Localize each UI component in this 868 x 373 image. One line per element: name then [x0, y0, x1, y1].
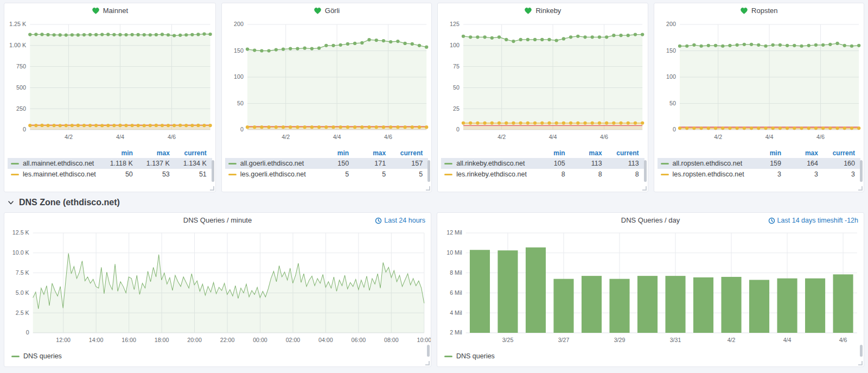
chart-legend[interactable]: DNS queries — [437, 349, 864, 360]
legend-header-max[interactable]: max — [349, 149, 386, 157]
legend-header-min[interactable]: min — [312, 149, 349, 157]
panel-scrollbar[interactable] — [427, 345, 430, 357]
svg-text:4/4: 4/4 — [783, 337, 792, 343]
panel-resize-handle[interactable] — [210, 186, 214, 191]
legend-header-current[interactable]: current — [602, 149, 639, 157]
legend-series-name[interactable]: all.ropsten.ethdisco.net — [661, 160, 744, 167]
panel-header[interactable]: Ropsten — [654, 3, 864, 18]
legend-row: les.mainnet.ethdisco.net505351 — [8, 169, 212, 180]
legend-current: 51 — [170, 170, 207, 178]
health-heart-icon — [92, 7, 100, 15]
svg-text:125: 125 — [450, 21, 459, 28]
dns-panels-row: DNS Queries / minute Last 24 hours 12.5 … — [0, 212, 868, 367]
rinkeby-chart[interactable]: 12510075502504/24/44/6 — [438, 18, 647, 147]
mainnet-chart[interactable]: 1.25 K1.00 K75050025004/24/44/6 — [4, 18, 215, 147]
legend-table: minmaxcurrentall.ropsten.ethdisco.net159… — [654, 148, 864, 180]
chart-legend[interactable]: DNS queries — [4, 349, 431, 360]
panel-resize-handle[interactable] — [642, 186, 647, 191]
time-range-link[interactable]: Last 14 days timeshift -12h — [768, 217, 858, 224]
legend-row: all.goerli.ethdisco.net150171157 — [225, 158, 428, 169]
health-heart-icon — [740, 7, 748, 15]
panel-scrollbar[interactable] — [212, 160, 214, 182]
legend-series-name[interactable]: les.goerli.ethdisco.net — [228, 170, 312, 178]
section-header-dns-zone[interactable]: DNS Zone (ethdisco.net) — [0, 192, 868, 212]
svg-text:12 Mil: 12 Mil — [446, 230, 462, 236]
legend-series-name[interactable]: all.rinkeby.ethdisco.net — [444, 160, 528, 167]
panel-goerli: Görli2001501005004/24/44/6minmaxcurrenta… — [221, 3, 432, 192]
svg-text:5.0 K: 5.0 K — [16, 289, 29, 296]
svg-text:0: 0 — [23, 127, 26, 133]
panel-header[interactable]: Görli — [222, 3, 431, 18]
time-range-link[interactable]: Last 24 hours — [375, 217, 425, 224]
legend-swatch — [228, 163, 237, 165]
panel-title[interactable]: DNS Queries / day — [621, 216, 680, 224]
svg-text:16:00: 16:00 — [122, 337, 136, 343]
legend-current: 5 — [386, 170, 423, 178]
svg-text:14:00: 14:00 — [89, 337, 104, 343]
svg-text:10:00: 10:00 — [417, 337, 431, 343]
panel-title[interactable]: Ropsten — [751, 7, 777, 15]
legend-header-min[interactable]: min — [744, 149, 781, 157]
legend-series-name[interactable]: les.mainnet.ethdisco.net — [11, 170, 96, 178]
svg-text:0: 0 — [672, 127, 675, 133]
svg-text:150: 150 — [666, 47, 676, 54]
panel-scrollbar[interactable] — [860, 345, 863, 357]
svg-text:150: 150 — [234, 47, 244, 54]
panel-scrollbar[interactable] — [860, 160, 863, 182]
legend-header-current[interactable]: current — [386, 149, 423, 157]
svg-text:1.25 K: 1.25 K — [9, 21, 26, 28]
ropsten-chart[interactable]: 2001501005004/24/44/6 — [654, 18, 864, 147]
legend-header-min[interactable]: min — [96, 149, 133, 157]
legend-header-max[interactable]: max — [133, 149, 170, 157]
panel-header[interactable]: Mainnet — [4, 3, 215, 18]
grafana-dashboard: Mainnet1.25 K1.00 K75050025004/24/44/6mi… — [0, 0, 868, 367]
legend-row: les.goerli.ethdisco.net555 — [225, 169, 428, 180]
legend-series-name: DNS queries — [23, 352, 62, 360]
svg-text:4/6: 4/6 — [816, 134, 825, 140]
svg-text:4/4: 4/4 — [549, 134, 557, 140]
legend-max: 53 — [133, 170, 170, 178]
svg-text:1.00 K: 1.00 K — [9, 42, 26, 48]
panel-resize-handle[interactable] — [858, 186, 863, 191]
legend-series-name[interactable]: les.ropsten.ethdisco.net — [661, 170, 744, 178]
legend-header-max[interactable]: max — [565, 149, 602, 157]
legend-header-current[interactable]: current — [818, 149, 855, 157]
legend-max: 8 — [565, 170, 602, 178]
panel-resize-handle[interactable] — [858, 361, 863, 365]
panel-title[interactable]: Mainnet — [103, 7, 128, 15]
legend-swatch — [444, 356, 452, 357]
svg-text:10 Mil: 10 Mil — [446, 249, 462, 256]
panel-title[interactable]: Görli — [325, 7, 340, 15]
panel-header[interactable]: DNS Queries / day Last 14 days timeshift… — [437, 213, 864, 227]
panel-scrollbar[interactable] — [427, 160, 430, 182]
legend-series-name[interactable]: all.goerli.ethdisco.net — [228, 160, 312, 167]
panel-header[interactable]: Rinkeby — [438, 3, 647, 18]
legend-series-name[interactable]: les.rinkeby.ethdisco.net — [444, 170, 528, 178]
goerli-chart[interactable]: 2001501005004/24/44/6 — [222, 18, 431, 147]
legend-table: minmaxcurrentall.rinkeby.ethdisco.net105… — [438, 148, 647, 180]
panel-header[interactable]: DNS Queries / minute Last 24 hours — [4, 213, 431, 227]
dns-queries-minute-chart[interactable]: 12.5 K10.0 K7.5 K5.0 K2.5 K012:0014:0016… — [4, 227, 431, 349]
legend-header-min[interactable]: min — [528, 149, 565, 157]
legend-header-current[interactable]: current — [170, 149, 207, 157]
legend-series-name[interactable]: all.mainnet.ethdisco.net — [11, 160, 96, 167]
legend-swatch — [228, 174, 237, 175]
time-range-label: Last 24 hours — [384, 217, 425, 224]
panel-dns-queries-day: DNS Queries / day Last 14 days timeshift… — [437, 212, 864, 367]
network-panels-row: Mainnet1.25 K1.00 K75050025004/24/44/6mi… — [0, 0, 868, 192]
panel-scrollbar[interactable] — [644, 160, 647, 182]
time-range-label: Last 14 days timeshift -12h — [777, 217, 858, 224]
legend-min: 105 — [528, 160, 565, 167]
panel-title[interactable]: DNS Queries / minute — [183, 216, 252, 224]
panel-resize-handle[interactable] — [425, 361, 430, 365]
svg-text:10.0 K: 10.0 K — [12, 249, 29, 256]
legend-header-max[interactable]: max — [781, 149, 818, 157]
svg-text:250: 250 — [16, 105, 26, 112]
panel-resize-handle[interactable] — [426, 186, 430, 191]
panel-title[interactable]: Rinkeby — [535, 7, 561, 15]
svg-text:0: 0 — [456, 127, 459, 133]
svg-text:08:00: 08:00 — [384, 337, 399, 343]
legend-swatch — [11, 163, 19, 165]
dns-queries-day-chart[interactable]: 12 Mil10 Mil8 Mil6 Mil4 Mil2 Mil3/253/27… — [437, 227, 864, 349]
health-heart-icon — [314, 7, 322, 15]
